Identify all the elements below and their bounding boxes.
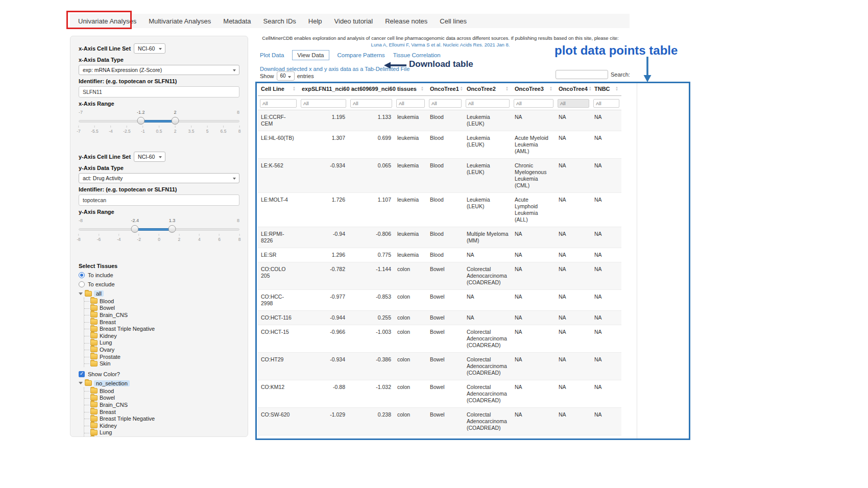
y-data-type-select[interactable]: act: Drug Activity [79,173,239,183]
y-cell-line-set-select[interactable]: NCI-60 [134,152,165,162]
table-row-co-hcc-2998[interactable]: CO:HCC-2998-0.977-0.853colonBowelNANANAN… [258,290,621,311]
tree-item-breast-triple-negative[interactable]: Breast Triple Negative [84,415,239,422]
tree-item-lung[interactable]: Lung [84,429,239,436]
tree-item-ovary[interactable]: Ovary [84,436,239,437]
tree-root-no-selection[interactable]: no_selection [79,380,239,386]
nav-item-univariate-analyses[interactable]: Univariate Analyses [72,17,142,25]
table-row-cns-sf-268[interactable]: CNS:SF-2681.8630.958central nervous syst… [258,435,621,440]
sort-icon[interactable]: ▲▼ [421,86,424,91]
column-header-oncotree2[interactable]: OncoTree2▲▼ [464,82,512,96]
table-row-le-hl-60-tb[interactable]: LE:HL-60(TB)1.3070.699leukemiaBloodLeuke… [258,131,621,159]
tab-plot-data[interactable]: Plot Data [260,52,284,58]
folder-icon [90,340,98,346]
x-data-type-select[interactable]: exp: mRNA Expression (Z-Score) [79,65,239,75]
x-data-type-value: exp: mRNA Expression (Z-Score) [83,67,162,73]
tab-view-data[interactable]: View Data [292,50,329,60]
tree-item-blood[interactable]: Blood [84,387,239,395]
sort-icon[interactable]: ▲▼ [505,86,509,91]
sort-icon[interactable]: ▲▼ [589,86,592,91]
tree-item-blood[interactable]: Blood [84,298,239,305]
column-header-tnbc[interactable]: TNBC▲▼ [591,82,621,96]
filter-input-oncotree2[interactable] [466,99,510,108]
radio-checked-icon[interactable] [79,272,85,278]
column-header-oncotree4[interactable]: OncoTree4▲▼ [556,82,591,96]
tree-item-prostate[interactable]: Prostate [84,353,239,360]
table-row-co-sw-620[interactable]: CO:SW-620-1.0290.238colonBowelColorectal… [258,408,621,435]
nav-item-help[interactable]: Help [302,17,328,25]
tree-item-brain-cns[interactable]: Brain_CNS [84,401,239,408]
x-cell-line-set-select[interactable]: NCI-60 [134,43,165,54]
x-identifier-input[interactable] [79,86,239,97]
tree-item-bowel[interactable]: Bowel [84,305,239,312]
filter-input-expslfn11-nci60[interactable] [301,99,346,108]
nav-item-cell-lines[interactable]: Cell lines [433,17,473,25]
column-header-cell-line[interactable]: Cell Line▲▼ [258,82,299,96]
radio-unchecked-icon[interactable] [79,281,85,287]
slider-handle-from[interactable] [137,117,144,125]
tree-item-ovary[interactable]: Ovary [84,346,239,353]
table-row-co-hct-116[interactable]: CO:HCT-116-0.9440.255colonBowelNANANANA [258,311,621,325]
nav-item-release-notes[interactable]: Release notes [379,17,433,25]
checkbox-label: Show Color? [88,371,120,377]
caret-down-icon[interactable] [79,382,83,384]
caret-down-icon[interactable] [79,292,83,295]
table-row-le-sr[interactable]: LE:SR1.2960.775leukemiaBloodNANANANA [258,248,621,262]
filter-input-oncotree3[interactable] [514,99,553,108]
tree-item-skin[interactable]: Skin [84,360,239,367]
tissue-include-radio[interactable]: To include [79,272,239,278]
nav-item-metadata[interactable]: Metadata [217,17,257,25]
filter-input-oncotree1[interactable] [429,99,462,108]
checkbox-checked-icon[interactable] [79,371,85,377]
filter-input-tnbc[interactable] [593,99,619,108]
slider-handle-to[interactable] [172,117,179,125]
search-input[interactable] [556,70,608,79]
tissue-exclude-radio[interactable]: To exclude [79,281,239,287]
table-row-le-ccrf-cem[interactable]: LE:CCRF-CEM1.1951.133leukemiaBloodLeukem… [258,110,621,131]
panel-divider [637,83,637,438]
table-row-le-molt-4[interactable]: LE:MOLT-41.7261.107leukemiaBloodLeukemia… [258,193,621,227]
tab-tissue-correlation[interactable]: Tissue Correlation [393,52,441,58]
filter-input-tissues[interactable] [396,99,425,108]
y-identifier-input[interactable] [79,194,239,206]
slider-selected-range[interactable] [135,228,172,231]
table-row-co-hct-15[interactable]: CO:HCT-15-0.966-1.003colonBowelColorecta… [258,325,621,353]
tree-root-all[interactable]: all [79,290,239,297]
sort-icon[interactable]: ▲▼ [460,86,463,91]
sort-icon[interactable]: ▲▼ [293,86,296,91]
nav-item-multivariate-analyses[interactable]: Multivariate Analyses [142,17,217,25]
tab-compare-patterns[interactable]: Compare Patterns [337,52,385,58]
filter-input-act609699-nci60[interactable] [350,99,392,108]
sort-icon[interactable]: ▲▼ [549,86,552,91]
tree-item-lung[interactable]: Lung [84,339,239,347]
slider-selected-range[interactable] [141,120,175,123]
tree-item-breast-triple-negative[interactable]: Breast Triple Negative [84,325,239,332]
column-header-act609699-nci60[interactable]: act609699_nci60▲▼ [348,82,394,96]
tree-item-kidney[interactable]: Kidney [84,332,239,339]
slider-handle-from[interactable] [131,225,139,233]
column-header-oncotree3[interactable]: OncoTree3▲▼ [512,82,556,96]
table-row-le-k-562[interactable]: LE:K-562-0.9340.065leukemiaBloodLeukemia… [258,159,621,193]
show-color-checkbox[interactable]: Show Color? [79,371,239,377]
nav-item-video-tutorial[interactable]: Video tutorial [328,17,379,25]
column-header-oncotree1[interactable]: OncoTree1▲▼ [427,82,464,96]
table-row-co-km12[interactable]: CO:KM12-0.88-1.032colonBowelColorectal A… [258,380,621,408]
filter-input-oncotree4[interactable] [558,99,589,108]
tree-item-breast[interactable]: Breast [84,408,239,416]
tree-item-kidney[interactable]: Kidney [84,422,239,429]
page-length-select[interactable]: 60 [277,71,295,81]
table-row-le-rpmi-8226[interactable]: LE:RPMI-8226-0.94-0.806leukemiaBloodMult… [258,227,621,248]
tree-item-brain-cns[interactable]: Brain_CNS [84,311,239,319]
table-row-co-colo-205[interactable]: CO:COLO 205-0.782-1.144colonBowelColorec… [258,262,621,290]
slider-handle-to[interactable] [168,225,176,233]
x-range-slider[interactable]: -7 8 -1.2 2 -7-5.5-4-2.5-10.523.556.58 [79,116,239,138]
filter-input-cell-line[interactable] [260,99,297,108]
tree-item-bowel[interactable]: Bowel [84,395,239,402]
sort-icon[interactable]: ▲▼ [615,86,618,91]
slider-tick-label: -8 [77,234,81,242]
table-row-co-ht29[interactable]: CO:HT29-0.934-0.386colonBowelColorectal … [258,353,621,380]
y-range-slider[interactable]: -8 8 -2.4 1.3 -8-6-4-202468 [79,224,239,247]
tree-item-breast[interactable]: Breast [84,319,239,326]
column-header-expslfn11-nci60[interactable]: expSLFN11_nci60▲▼ [299,82,348,96]
nav-item-search-ids[interactable]: Search IDs [257,17,302,25]
column-header-tissues[interactable]: tissues▲▼ [394,82,427,96]
